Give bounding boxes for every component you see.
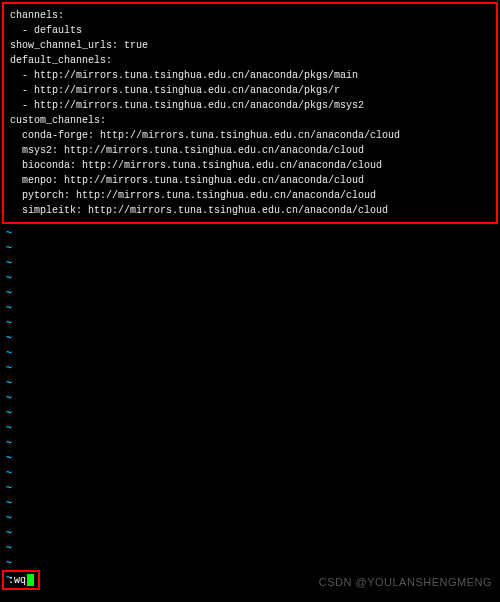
- config-line: msys2: http://mirrors.tuna.tsinghua.edu.…: [10, 143, 490, 158]
- vim-tilde-line: ~: [6, 391, 494, 406]
- cursor-icon: [27, 574, 34, 586]
- config-line: - http://mirrors.tuna.tsinghua.edu.cn/an…: [10, 83, 490, 98]
- config-line: simpleitk: http://mirrors.tuna.tsinghua.…: [10, 203, 490, 218]
- vim-tilde-line: ~: [6, 316, 494, 331]
- vim-tilde-line: ~: [6, 256, 494, 271]
- vim-tilde-line: ~: [6, 271, 494, 286]
- vim-command: :wq: [8, 575, 26, 586]
- watermark-text: CSDN @YOULANSHENGMENG: [319, 576, 492, 588]
- vim-tilde-line: ~: [6, 541, 494, 556]
- vim-tilde-line: ~: [6, 436, 494, 451]
- vim-tilde-line: ~: [6, 361, 494, 376]
- config-line: channels:: [10, 8, 490, 23]
- config-line: pytorch: http://mirrors.tuna.tsinghua.ed…: [10, 188, 490, 203]
- vim-tilde-line: ~: [6, 451, 494, 466]
- vim-tilde-line: ~: [6, 346, 494, 361]
- vim-tilde-line: ~: [6, 331, 494, 346]
- vim-tilde-line: ~: [6, 421, 494, 436]
- vim-tilde-line: ~: [6, 301, 494, 316]
- vim-tilde-line: ~: [6, 496, 494, 511]
- config-content-box: channels: - defaultsshow_channel_urls: t…: [2, 2, 498, 224]
- config-line: menpo: http://mirrors.tuna.tsinghua.edu.…: [10, 173, 490, 188]
- config-line: show_channel_urls: true: [10, 38, 490, 53]
- config-line: conda-forge: http://mirrors.tuna.tsinghu…: [10, 128, 490, 143]
- vim-tilde-line: ~: [6, 526, 494, 541]
- vim-tilde-line: ~: [6, 241, 494, 256]
- vim-tilde-line: ~: [6, 226, 494, 241]
- config-line: custom_channels:: [10, 113, 490, 128]
- config-line: - defaults: [10, 23, 490, 38]
- config-line: default_channels:: [10, 53, 490, 68]
- config-line: - http://mirrors.tuna.tsinghua.edu.cn/an…: [10, 98, 490, 113]
- vim-tilde-line: ~: [6, 481, 494, 496]
- vim-tilde-line: ~: [6, 376, 494, 391]
- vim-tilde-line: ~: [6, 511, 494, 526]
- vim-tilde-line: ~: [6, 556, 494, 571]
- vim-tilde-line: ~: [6, 406, 494, 421]
- vim-tilde-line: ~: [6, 466, 494, 481]
- vim-command-box[interactable]: :wq: [2, 570, 40, 590]
- config-line: bioconda: http://mirrors.tuna.tsinghua.e…: [10, 158, 490, 173]
- vim-tilde-line: ~: [6, 286, 494, 301]
- vim-empty-lines: ~~~~~~~~~~~~~~~~~~~~~~~~: [0, 226, 500, 586]
- config-line: - http://mirrors.tuna.tsinghua.edu.cn/an…: [10, 68, 490, 83]
